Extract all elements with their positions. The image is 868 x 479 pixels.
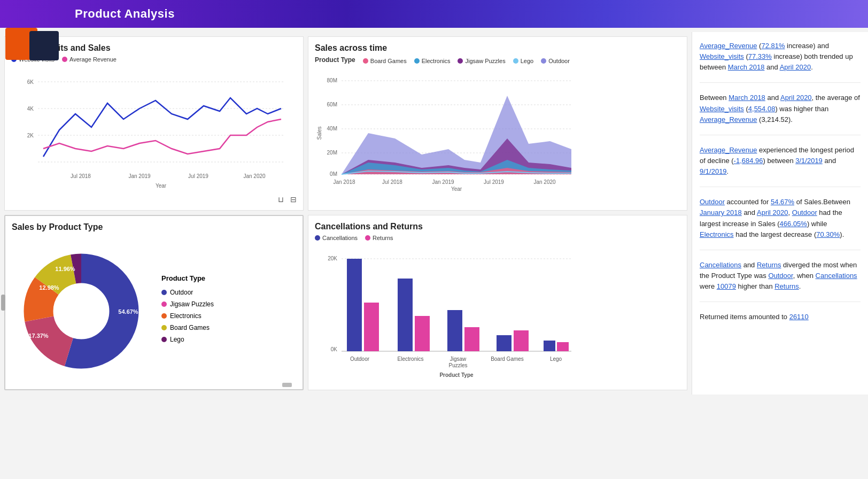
sales-time-legend: Board Games Electronics Jigsaw Puzzles bbox=[363, 58, 570, 64]
lego-return-bar bbox=[557, 342, 569, 351]
svg-text:Outdoor: Outdoor bbox=[350, 356, 370, 362]
insights-panel: Average_Revenue (72.81% increase) and We… bbox=[692, 32, 868, 395]
product-type-legend-title: Product Type bbox=[161, 274, 214, 282]
website-visits-sales-panel: Website visits and Sales Website visits … bbox=[4, 36, 304, 211]
svg-point-38 bbox=[53, 283, 109, 339]
insight-2: Between March 2018 and April 2020, the a… bbox=[700, 92, 861, 135]
svg-text:Jul 2019: Jul 2019 bbox=[188, 173, 208, 179]
svg-text:Puzzles: Puzzles bbox=[448, 362, 467, 368]
svg-text:54.67%: 54.67% bbox=[118, 308, 138, 315]
lego-dot bbox=[513, 58, 518, 64]
svg-text:0M: 0M bbox=[330, 171, 337, 177]
svg-text:17.37%: 17.37% bbox=[28, 333, 49, 339]
insight-4: Outdoor accounted for 54.67% of Sales.Be… bbox=[700, 197, 861, 250]
logo-dark bbox=[29, 31, 59, 60]
sales-by-product-title: Sales by Product Type bbox=[12, 222, 296, 232]
donut-legend: Product Type Outdoor Jigsaw Puzzles bbox=[161, 274, 214, 343]
legend-jigsaw: Jigsaw Puzzles bbox=[161, 300, 214, 308]
legend-lego: Lego bbox=[161, 336, 214, 343]
svg-text:Jigsaw: Jigsaw bbox=[450, 356, 467, 362]
cancellations-legend: Cancellations Returns bbox=[315, 235, 680, 241]
cancellations-returns-panel: Cancellations and Returns Cancellations … bbox=[308, 215, 687, 390]
board-games-cancel-bar bbox=[497, 335, 511, 351]
svg-text:20K: 20K bbox=[328, 256, 337, 261]
insight-1: Average_Revenue (72.81% increase) and We… bbox=[700, 41, 861, 83]
svg-text:11.96%: 11.96% bbox=[55, 266, 75, 272]
donut-area: 12.98% 11.96% 17.37% 54.67% Product Type… bbox=[12, 236, 296, 381]
sales-across-time-title: Sales across time bbox=[315, 43, 680, 53]
product-type-label: Product Type bbox=[315, 56, 355, 64]
legend-avg-revenue: Average Revenue bbox=[62, 56, 117, 63]
svg-text:Jan 2019: Jan 2019 bbox=[432, 179, 454, 185]
zoom-fit-icon[interactable]: ⊔ bbox=[278, 195, 284, 204]
electronics-cancel-bar bbox=[398, 279, 413, 351]
svg-text:2K: 2K bbox=[27, 133, 34, 138]
svg-text:20M: 20M bbox=[327, 150, 337, 156]
svg-text:60M: 60M bbox=[327, 102, 337, 107]
jigsaw-dot bbox=[458, 58, 463, 64]
insight-3: Average_Revenue experienced the longest … bbox=[700, 145, 861, 187]
avg-revenue-dot bbox=[62, 57, 67, 62]
insight-5: Cancellations and Returns diverged the m… bbox=[700, 260, 861, 302]
legend-electronics: Electronics bbox=[161, 312, 214, 320]
electronics-return-bar bbox=[415, 316, 430, 351]
electronics-dot bbox=[414, 58, 420, 64]
insight-1-avg-revenue[interactable]: Average_Revenue bbox=[700, 42, 757, 50]
svg-text:Sales: Sales bbox=[316, 126, 322, 140]
lego-cancel-bar bbox=[544, 341, 555, 351]
cancellations-title: Cancellations and Returns bbox=[315, 222, 680, 231]
svg-text:6K: 6K bbox=[27, 79, 34, 85]
svg-text:Lego: Lego bbox=[550, 356, 562, 362]
svg-text:80M: 80M bbox=[327, 78, 337, 83]
board-games-return-bar bbox=[514, 330, 529, 351]
sales-across-time-chart: 80M 60M 40M 20M 0M bbox=[315, 69, 577, 192]
resize-handle[interactable] bbox=[282, 383, 292, 387]
electronics-legend-dot bbox=[161, 313, 167, 319]
svg-text:0K: 0K bbox=[331, 346, 338, 352]
cancellations-chart: 20K 0K Outdoor Electronics bbox=[315, 244, 577, 383]
svg-text:Jan 2019: Jan 2019 bbox=[128, 173, 151, 179]
page-title: Product Analysis bbox=[75, 7, 175, 21]
svg-text:Jan 2018: Jan 2018 bbox=[333, 179, 355, 185]
insight-6: Returned items amounted to 26110 bbox=[700, 312, 861, 332]
donut-chart: 12.98% 11.96% 17.37% 54.67% bbox=[12, 236, 151, 381]
svg-text:Jan 2020: Jan 2020 bbox=[533, 179, 556, 185]
jigsaw-cancel-bar bbox=[447, 310, 462, 351]
scroll-handle-left[interactable] bbox=[1, 295, 5, 311]
svg-text:Electronics: Electronics bbox=[398, 356, 424, 362]
outdoor-dot bbox=[541, 58, 546, 64]
jigsaw-legend-dot bbox=[161, 302, 167, 307]
svg-text:Jul 2018: Jul 2018 bbox=[71, 173, 91, 179]
zoom-out-icon[interactable]: ⊟ bbox=[290, 195, 297, 204]
svg-text:Product Type: Product Type bbox=[439, 372, 474, 378]
legend-outdoor: Outdoor bbox=[161, 289, 214, 296]
svg-text:12.98%: 12.98% bbox=[39, 284, 59, 291]
svg-text:4K: 4K bbox=[27, 106, 34, 112]
sales-across-time-panel: Sales across time Product Type Board Gam… bbox=[308, 36, 687, 211]
returns-dot bbox=[365, 235, 370, 241]
board-games-dot bbox=[363, 58, 368, 64]
outdoor-return-bar bbox=[364, 303, 379, 351]
legend-board-games: Board Games bbox=[161, 324, 214, 331]
website-visits-chart: 6K 4K 2K Jul 2018 Jan 2019 Jul 2019 Jan … bbox=[11, 66, 289, 194]
svg-text:Jul 2018: Jul 2018 bbox=[382, 179, 402, 185]
outdoor-legend-dot bbox=[161, 290, 167, 295]
svg-text:Board Games: Board Games bbox=[491, 356, 524, 362]
svg-text:Jan 2020: Jan 2020 bbox=[243, 173, 266, 179]
svg-text:Year: Year bbox=[451, 186, 462, 192]
board-games-legend-dot bbox=[161, 325, 167, 330]
header: Product Analysis bbox=[0, 0, 868, 28]
svg-text:40M: 40M bbox=[327, 126, 337, 132]
svg-text:Year: Year bbox=[156, 183, 167, 189]
jigsaw-return-bar bbox=[464, 327, 479, 351]
lego-legend-dot bbox=[161, 337, 167, 342]
sales-by-product-panel: Sales by Product Type bbox=[4, 215, 304, 390]
cancellations-dot bbox=[315, 235, 320, 241]
svg-text:Jul 2019: Jul 2019 bbox=[484, 179, 504, 185]
outdoor-cancel-bar bbox=[347, 259, 362, 351]
